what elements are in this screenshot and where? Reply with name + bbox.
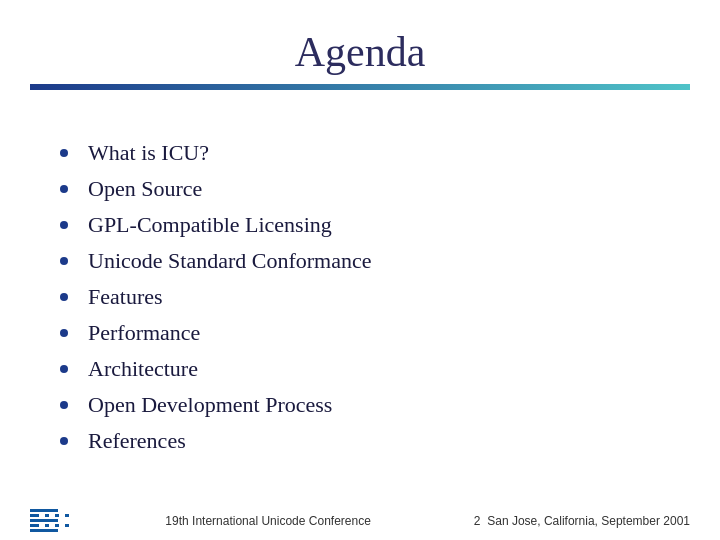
- bullet-icon: [60, 329, 68, 337]
- list-item: What is ICU?: [60, 135, 660, 171]
- bullet-text: GPL-Compatible Licensing: [88, 212, 332, 238]
- bullet-text: Architecture: [88, 356, 198, 382]
- list-item: Architecture: [60, 351, 660, 387]
- bullet-icon: [60, 149, 68, 157]
- bullet-text: References: [88, 428, 186, 454]
- bullet-text: Open Source: [88, 176, 202, 202]
- bullet-text: Performance: [88, 320, 200, 346]
- footer-page-number: 2: [467, 514, 487, 528]
- list-item: References: [60, 423, 660, 459]
- footer-conference: 19th International Unicode Conference: [89, 514, 447, 528]
- list-item: Performance: [60, 315, 660, 351]
- footer-left: [30, 509, 69, 532]
- list-item: Features: [60, 279, 660, 315]
- footer-location: San Jose, California, September 2001: [487, 514, 690, 528]
- bullet-text: Features: [88, 284, 163, 310]
- bullet-text: Open Development Process: [88, 392, 332, 418]
- list-item: GPL-Compatible Licensing: [60, 207, 660, 243]
- list-item: Unicode Standard Conformance: [60, 243, 660, 279]
- slide-title: Agenda: [40, 28, 680, 76]
- bullet-icon: [60, 257, 68, 265]
- bullet-icon: [60, 437, 68, 445]
- slide: Agenda What is ICU?Open SourceGPL-Compat…: [0, 0, 720, 540]
- ibm-logo: [30, 509, 69, 532]
- bullet-list: What is ICU?Open SourceGPL-Compatible Li…: [60, 135, 660, 459]
- footer: 19th International Unicode Conference 2 …: [0, 503, 720, 540]
- list-item: Open Development Process: [60, 387, 660, 423]
- bullet-icon: [60, 221, 68, 229]
- list-item: Open Source: [60, 171, 660, 207]
- bullet-text: Unicode Standard Conformance: [88, 248, 371, 274]
- content-area: What is ICU?Open SourceGPL-Compatible Li…: [0, 90, 720, 503]
- bullet-text: What is ICU?: [88, 140, 209, 166]
- title-area: Agenda: [0, 0, 720, 84]
- bullet-icon: [60, 185, 68, 193]
- bullet-icon: [60, 293, 68, 301]
- bullet-icon: [60, 365, 68, 373]
- bullet-icon: [60, 401, 68, 409]
